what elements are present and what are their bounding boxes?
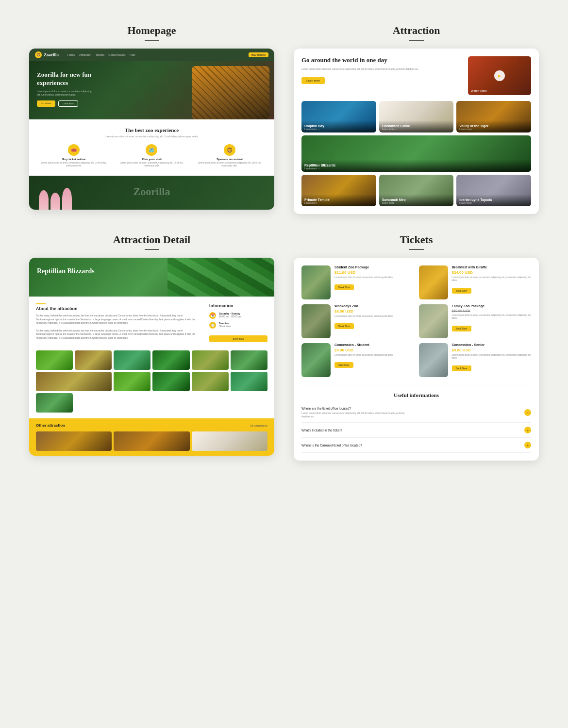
att-card-iberian-name: Iberian Lynx Tapada — [459, 198, 528, 201]
att-hero-video[interactable]: ▶ Watch video — [468, 56, 531, 95]
hp-nav-tickets[interactable]: Tickets — [95, 53, 104, 56]
att-card-iberian-link[interactable]: Learn more → — [459, 201, 528, 204]
hp-hero-title: Zoorilla for new fun experiences — [37, 71, 105, 87]
att-card-savannah-link[interactable]: Learn more → — [382, 201, 451, 204]
att-card-iberian-img: Iberian Lynx Tapada Learn more → — [456, 175, 531, 206]
det-schedule-info: Saturday - Sunday 10:00 am - 02:00 pm — [219, 312, 241, 318]
det-about: About the attraction Far far away, behin… — [36, 303, 201, 344]
tix-faq-item-1[interactable]: Where are the ticket office located? Lor… — [301, 403, 531, 423]
hp-nav-cta[interactable]: Buy tickets — [249, 52, 268, 57]
att-card-enchanted-img: Enchanted Grove Learn more → — [379, 101, 454, 132]
att-card-primate-link[interactable]: Learn more → — [304, 201, 373, 204]
det-other-title: Other attraction — [36, 423, 65, 428]
att-card-primate-overlay: Primate Temple Learn more → — [301, 194, 376, 206]
tix-name-senior: Concession - Senior — [452, 343, 532, 347]
tix-info-concession: Concession - Student $9.00 USD Lorem ips… — [334, 343, 414, 368]
tix-name-concession: Concession - Student — [334, 343, 414, 347]
att-card-enchanted[interactable]: Enchanted Grove Learn more → — [379, 101, 454, 132]
tickets-label: Tickets — [294, 233, 539, 246]
tix-faq-q-2: What's included in the ticket? — [301, 429, 342, 432]
att-card-enchanted-link[interactable]: Learn more → — [382, 128, 451, 131]
det-duration-row: ⏱️ Duration 30 minutes — [209, 322, 267, 329]
tix-btn-student[interactable]: Book Now — [334, 284, 354, 290]
det-gallery-img-9 — [152, 372, 189, 391]
det-gallery-img-8 — [114, 372, 150, 391]
tix-faq-q-1: Where are the ticket office located? — [301, 407, 418, 410]
tix-btn-giraffe[interactable]: Book Now — [452, 288, 471, 294]
hp-best-subtitle: Lorem ipsum dolor sit amet, consectetur … — [37, 135, 267, 138]
att-card-dolphin-overlay: Dolphin Bay Learn more → — [301, 120, 376, 132]
att-card-enchanted-overlay: Enchanted Grove Learn more → — [379, 120, 454, 132]
det-gallery-img-4 — [152, 350, 189, 370]
att-card-reptile[interactable]: Reptillian Blizzards Learn more → — [301, 135, 531, 172]
tix-img-weekday — [301, 304, 331, 338]
det-other-header: Other attraction All attractions — [36, 423, 267, 428]
tix-btn-concession[interactable]: Save Now — [334, 362, 353, 368]
att-card-primate-name: Primate Temple — [304, 198, 373, 201]
att-card-savannah-name: Savannah Meo — [382, 198, 451, 201]
attraction-divider — [409, 40, 424, 41]
tix-desc-senior: Lorem ipsum dolor sit amet, consectetur … — [452, 354, 532, 360]
det-gallery-img-12 — [36, 393, 73, 413]
det-para-2: Far far away, behind the word mountains,… — [36, 329, 201, 340]
tix-faq-expand-3[interactable]: + — [524, 442, 531, 448]
detail-mockup: Reptillian Blizzards About the attractio… — [29, 258, 274, 456]
att-card-tiger-overlay: Valley of the Tiger Learn more → — [456, 120, 531, 132]
att-card-savannah-overlay: Savannah Meo Learn more → — [379, 194, 454, 206]
det-save-map-btn[interactable]: Save map — [209, 335, 267, 342]
att-card-tiger-link[interactable]: Learn more → — [459, 128, 528, 131]
det-other-card-1[interactable] — [36, 431, 112, 451]
att-card-dolphin-link[interactable]: Learn more → — [304, 128, 373, 131]
tix-card-giraffe: Breakfast with Giraffe $34.00 USD Lorem … — [419, 265, 532, 299]
hp-hero: Zoorilla for new fun experiences Lorem i… — [29, 61, 274, 119]
att-card-reptile-link[interactable]: Learn more → — [304, 167, 528, 170]
hp-nav-home[interactable]: Home — [67, 53, 75, 56]
att-card-iberian[interactable]: Iberian Lynx Tapada Learn more → — [456, 175, 531, 206]
hp-nav-plan[interactable]: Plan — [130, 53, 135, 56]
tix-faq-item-2[interactable]: What's included in the ticket? + — [301, 423, 531, 438]
hp-feature-sponsor-desc: Lorem ipsum dolor sit amet, consectetur … — [193, 162, 267, 168]
att-hero-btn[interactable]: Learn more — [301, 77, 325, 84]
tix-grid: Student Zoo Package $11.00 USD Lorem ips… — [301, 265, 531, 377]
tix-desc-weekday: Lorem ipsum dolor sit amet, consectetur … — [334, 315, 414, 318]
tix-btn-family[interactable]: Book Now — [452, 326, 471, 331]
hp-best-section: The best zoo experience Lorem ipsum dolo… — [29, 119, 274, 176]
det-gallery-img-3 — [114, 350, 150, 370]
det-body: About the attraction Far far away, behin… — [29, 297, 274, 350]
tix-faq-expand-2[interactable]: + — [524, 427, 531, 433]
att-card-primate[interactable]: Primate Temple Learn more → — [301, 175, 376, 206]
tix-faq-item-3[interactable]: Where is the Carousel ticket office loca… — [301, 438, 531, 453]
att-card-dolphin[interactable]: Dolphin Bay Learn more → — [301, 101, 376, 132]
att-card-tiger[interactable]: Valley of the Tiger Learn more → — [456, 101, 531, 132]
det-clock-icon: ⏱️ — [209, 322, 216, 329]
tickets-divider — [409, 249, 424, 250]
hp-feature-plan-desc: Lorem ipsum dolor sit amet, consectetur … — [115, 162, 188, 168]
tix-faq-a-1: Lorem ipsum dolor sit amet, consectetur … — [301, 412, 407, 418]
det-other-card-3[interactable] — [192, 431, 267, 451]
tix-desc-family: Lorem ipsum dolor sit amet, consectetur … — [452, 314, 532, 320]
hp-nav-attraction[interactable]: Attraction — [79, 53, 91, 56]
det-other-card-2[interactable] — [114, 431, 189, 451]
tix-btn-senior[interactable]: Book Now — [452, 365, 471, 371]
att-card-savannah[interactable]: Savannah Meo Learn more → — [379, 175, 454, 206]
tix-img-giraffe — [419, 265, 448, 299]
hp-hero-btn1[interactable]: Get tickets — [37, 100, 55, 107]
det-other-link[interactable]: All attractions — [250, 424, 267, 427]
tix-faq-expand-1[interactable]: − — [524, 409, 531, 416]
tix-info-weekday: Weekdays Zoo $8.00 USD Lorem ipsum dolor… — [334, 304, 414, 329]
hp-nav-conservation[interactable]: Conservation — [108, 53, 125, 56]
tix-btn-weekday[interactable]: Book Now — [334, 323, 354, 329]
hp-navbar: 🦁 Zoorilla Home Attraction Tickets Conse… — [29, 49, 274, 61]
det-hero: Reptillian Blizzards — [29, 258, 274, 297]
tix-price-giraffe: $34.00 USD — [452, 270, 532, 275]
hp-logo: 🦁 Zoorilla — [35, 51, 59, 58]
att-play-icon[interactable]: ▶ — [494, 70, 505, 81]
hp-best-title: The best zoo experience — [37, 127, 267, 133]
hp-feature-ticket: 🎟️ Buy ticket online Lorem ipsum dolor s… — [37, 144, 111, 168]
det-schedule-row: 📅 Saturday - Sunday 10:00 am - 02:00 pm — [209, 312, 267, 319]
hp-hero-subtitle: Lorem ipsum dolor sit amet, consectetur … — [37, 90, 95, 97]
hp-hero-btn2[interactable]: Learn more — [58, 100, 78, 107]
tix-info-senior: Concession - Senior $9.00 USD Lorem ipsu… — [452, 343, 532, 371]
det-info: Information 📅 Saturday - Sunday 10:00 am… — [209, 303, 267, 344]
det-hero-img — [167, 258, 274, 297]
